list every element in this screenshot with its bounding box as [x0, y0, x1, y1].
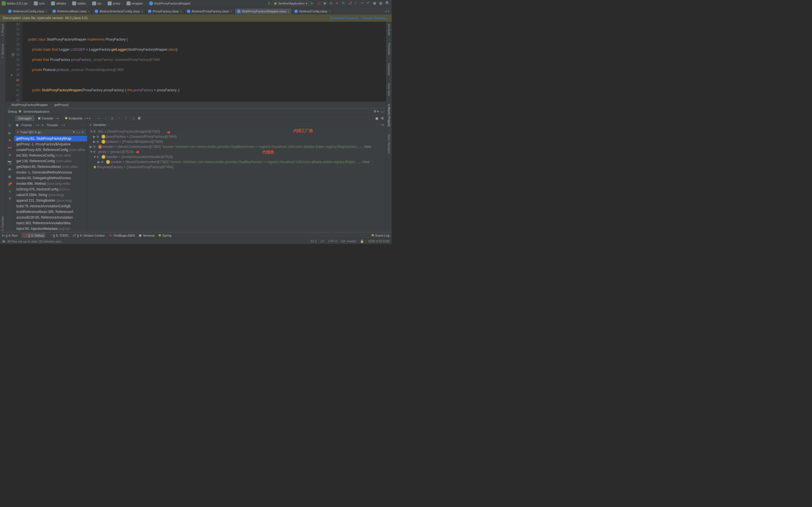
- step-over-icon[interactable]: ⤻: [96, 116, 101, 121]
- run-tool[interactable]: ▶ 44: Run: [2, 233, 18, 237]
- step-into-icon[interactable]: ↓: [103, 116, 108, 121]
- rail-maven[interactable]: m Maven Projects: [387, 103, 391, 128]
- rail-ant[interactable]: Ant Build: [387, 23, 391, 36]
- variable-row[interactable]: ▶≡fproxyFactory = {JavassistProxyFactory…: [89, 134, 385, 139]
- debug-tool[interactable]: 🐞 55: Debug: [22, 233, 46, 238]
- frame-item[interactable]: access$100:65, ReferenceAnnotation: [14, 215, 87, 220]
- frame-item[interactable]: invoke:43, DelegatingMethodAccess: [14, 175, 87, 181]
- tab-abstract-proxy-factory[interactable]: AbstractProxyFactory.class×: [185, 8, 235, 14]
- build-icon[interactable]: ⬇: [267, 1, 270, 5]
- variables-tree[interactable]: 代理工厂类 代理类 ▼≡this = {StubProxyFactoryWrap…: [87, 128, 386, 232]
- frame-item[interactable]: inject:90, InjectionMetadata (org.spr: [14, 226, 87, 231]
- version-control-tool[interactable]: ⎇ 99: Version Control: [72, 233, 105, 237]
- frame-item[interactable]: invoke:-1, GeneratedMethodAccesso: [14, 170, 87, 175]
- debugger-tab[interactable]: Debugger: [15, 115, 35, 121]
- structure-icon[interactable]: ▦: [379, 1, 384, 6]
- variable-row[interactable]: ▶≡pinvoker = {MockClusterInvoker@7383} "…: [89, 144, 385, 149]
- profile-icon[interactable]: ◎: [329, 1, 334, 6]
- variable-row[interactable]: ▶≡finvoker = {MockClusterInvoker@7383} "…: [89, 159, 385, 165]
- run-icon[interactable]: ▶: [311, 1, 315, 6]
- tab-stub-proxy-factory-wrapper[interactable]: StubProxyFactoryWrapper.class×: [235, 8, 292, 14]
- restore-layout-icon[interactable]: →•: [379, 123, 384, 126]
- rail-bean[interactable]: Bean Validation: [387, 133, 391, 155]
- resume-icon[interactable]: ▶: [7, 130, 12, 135]
- tab-proxy-factory[interactable]: ProxyFactory.class×: [146, 8, 185, 14]
- help-icon[interactable]: ?: [7, 196, 12, 202]
- evaluate-icon[interactable]: 🖩: [137, 116, 142, 121]
- rail-dataview[interactable]: Data View: [387, 82, 391, 97]
- threads-label[interactable]: Threads: [47, 123, 58, 127]
- endpoints-tab[interactable]: ⬢Endpoints →• ×: [62, 115, 93, 121]
- step-out-icon[interactable]: ↑: [116, 116, 121, 121]
- drop-frame-icon[interactable]: ⤴: [123, 116, 128, 121]
- coverage-icon[interactable]: ◉: [323, 1, 328, 6]
- commit-icon[interactable]: ✓: [354, 1, 359, 6]
- frame-item[interactable]: build:79, AbstractAnnotationConfigB: [14, 203, 87, 209]
- close-icon[interactable]: ×: [141, 10, 143, 13]
- findbugs-tool[interactable]: 🐞FindBugs-IDEA: [109, 233, 135, 237]
- code-editor[interactable]: 2425262728293033343738394041424344454647…: [6, 22, 386, 101]
- thread-selector[interactable]: ● "main"@1 in gr... ▾ ↑ ↓ ▼: [15, 129, 86, 135]
- debug-icon[interactable]: 🐞: [317, 1, 322, 6]
- close-icon[interactable]: ×: [231, 10, 232, 13]
- vcs-icon[interactable]: ⎇: [348, 1, 353, 6]
- watch-icon[interactable]: 👁: [7, 167, 12, 172]
- layout-icon[interactable]: ▣: [374, 116, 379, 121]
- push-icon[interactable]: ↗: [361, 1, 365, 6]
- rail-plantuml[interactable]: PlantUML: [387, 42, 391, 57]
- close-debug-icon[interactable]: ✕: [7, 189, 12, 194]
- tab-reference-config[interactable]: ReferenceConfig.class×: [6, 8, 50, 14]
- close-icon[interactable]: ×: [46, 10, 47, 13]
- breadcrumb-item[interactable]: dubbo〉: [72, 1, 91, 6]
- breadcrumb-item[interactable]: com〉: [34, 1, 50, 6]
- spring-tool[interactable]: ⬢Spring: [158, 233, 171, 237]
- frame-item[interactable]: append:131, StringBuilder (java.lang): [14, 198, 87, 203]
- down-icon[interactable]: ↓: [79, 130, 80, 134]
- pin-icon[interactable]: 📌: [7, 182, 12, 187]
- frame-item[interactable]: inject:363, ReferenceAnnotationBea: [14, 220, 87, 226]
- frame-item[interactable]: getProxy:-1, ProxyFactory$Adpative: [14, 142, 87, 147]
- rail-database[interactable]: Database: [387, 62, 391, 76]
- breadcrumb-item[interactable]: rpc〉: [92, 1, 107, 6]
- search-icon[interactable]: 🔍: [386, 1, 390, 6]
- frame-item[interactable]: getProxy:61, StubProxyFactoryWrap: [14, 136, 87, 142]
- console-tab[interactable]: ▣Console →•: [35, 115, 61, 121]
- variable-row[interactable]: ▼≡proxy = {proxy1@7524}: [89, 149, 385, 154]
- frame-item[interactable]: get:138, ReferenceConfig (com.aliba: [14, 158, 87, 164]
- breadcrumb-item[interactable]: dubbo-2.6.2.jar〉: [2, 1, 33, 6]
- terminal-tool[interactable]: ▣Terminal: [139, 233, 154, 237]
- event-log[interactable]: ❶Event Log: [371, 233, 389, 237]
- stop-icon[interactable]: ■: [336, 1, 340, 6]
- minimize-icon[interactable]: —: [380, 110, 384, 113]
- dump-icon[interactable]: 📷: [7, 160, 12, 165]
- frame-item[interactable]: init:300, ReferenceConfig (com.aliba: [14, 153, 87, 158]
- nav-icon[interactable]: ▣: [373, 1, 377, 6]
- frame-item[interactable]: getObject:65, ReferenceBean (com.aliba: [14, 164, 87, 170]
- rail-structure[interactable]: 7: Structure: [1, 43, 5, 59]
- frame-item[interactable]: buildReferenceBean:385, ReferenceA: [14, 209, 87, 215]
- breadcrumb-item[interactable]: StubProxyFactoryWrapper: [149, 1, 191, 5]
- close-icon[interactable]: ×: [88, 10, 90, 13]
- breadcrumb-item[interactable]: wrapper〉: [126, 1, 148, 6]
- close-icon[interactable]: ×: [288, 10, 289, 13]
- variable-row[interactable]: ▶≡fprotocol = {Protocol$Adpative@7489}: [89, 139, 385, 144]
- tab-abstract-interface-config[interactable]: AbstractInterfaceConfig.class×: [92, 8, 146, 14]
- frame-item[interactable]: toString:476, AbstractConfig (com.a: [14, 186, 87, 192]
- git-branch[interactable]: Git: master: [341, 239, 356, 243]
- rerun-icon[interactable]: ↻: [7, 123, 12, 128]
- revert-icon[interactable]: ↶: [367, 1, 371, 6]
- tab-abstract-config[interactable]: AbstractConfig.class×: [292, 8, 333, 14]
- settings-icon[interactable]: ⚙: [380, 116, 385, 121]
- breadcrumb-item[interactable]: proxy〉: [108, 1, 126, 6]
- filter-icon[interactable]: ▼: [81, 130, 84, 134]
- update-icon[interactable]: ↻: [342, 1, 347, 6]
- run-to-cursor-icon[interactable]: →|: [130, 116, 135, 121]
- close-icon[interactable]: ×: [329, 10, 331, 13]
- rail-favorites[interactable]: 2: Favorites: [1, 215, 5, 232]
- todo-tool[interactable]: ✓ 66: TODO: [49, 233, 68, 237]
- mute-bp-icon[interactable]: ⊘: [7, 152, 12, 158]
- variable-row[interactable]: ⬢this.proxyFactory = {JavassistProxyFact…: [89, 165, 385, 170]
- tabs-counter[interactable]: ≡ 3: [383, 9, 392, 14]
- line-separator[interactable]: LF: [320, 239, 324, 243]
- frame-item[interactable]: valueOf:2994, String (java.lang): [14, 192, 87, 198]
